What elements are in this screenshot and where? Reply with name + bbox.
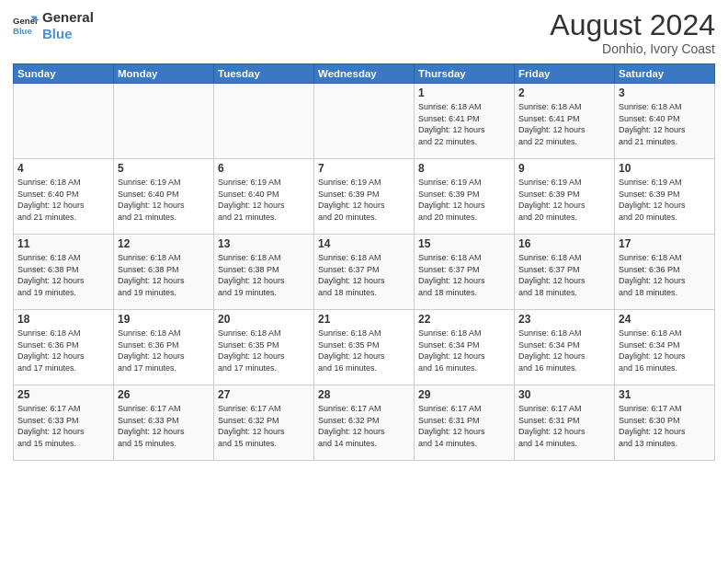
day-number: 4 (17, 162, 109, 175)
day-cell: 17Sunrise: 6:18 AMSunset: 6:36 PMDayligh… (615, 235, 715, 310)
day-cell: 11Sunrise: 6:18 AMSunset: 6:38 PMDayligh… (14, 235, 114, 310)
day-cell (214, 84, 314, 159)
day-info: Sunrise: 6:19 AMSunset: 6:40 PMDaylight:… (118, 177, 210, 223)
day-cell: 13Sunrise: 6:18 AMSunset: 6:38 PMDayligh… (214, 235, 314, 310)
day-info: Sunrise: 6:17 AMSunset: 6:31 PMDaylight:… (518, 403, 610, 449)
header: General Blue General Blue August 2024 Do… (13, 9, 715, 56)
day-number: 31 (619, 388, 711, 401)
day-info: Sunrise: 6:18 AMSunset: 6:41 PMDaylight:… (418, 101, 510, 147)
day-cell: 29Sunrise: 6:17 AMSunset: 6:31 PMDayligh… (415, 385, 515, 461)
logo: General Blue General Blue (13, 9, 94, 42)
day-info: Sunrise: 6:17 AMSunset: 6:32 PMDaylight:… (318, 403, 410, 449)
week-row-5: 25Sunrise: 6:17 AMSunset: 6:33 PMDayligh… (14, 385, 715, 461)
day-cell: 15Sunrise: 6:18 AMSunset: 6:37 PMDayligh… (415, 235, 515, 310)
day-cell: 12Sunrise: 6:18 AMSunset: 6:38 PMDayligh… (114, 235, 214, 310)
day-cell: 16Sunrise: 6:18 AMSunset: 6:37 PMDayligh… (515, 235, 615, 310)
day-info: Sunrise: 6:18 AMSunset: 6:41 PMDaylight:… (518, 101, 610, 147)
day-cell: 22Sunrise: 6:18 AMSunset: 6:34 PMDayligh… (415, 310, 515, 385)
day-info: Sunrise: 6:18 AMSunset: 6:38 PMDaylight:… (118, 252, 210, 298)
day-info: Sunrise: 6:19 AMSunset: 6:39 PMDaylight:… (318, 177, 410, 223)
day-info: Sunrise: 6:17 AMSunset: 6:31 PMDaylight:… (418, 403, 510, 449)
day-cell: 30Sunrise: 6:17 AMSunset: 6:31 PMDayligh… (515, 385, 615, 461)
weekday-wednesday: Wednesday (314, 64, 415, 84)
weekday-tuesday: Tuesday (214, 64, 314, 84)
day-cell: 5Sunrise: 6:19 AMSunset: 6:40 PMDaylight… (114, 159, 214, 235)
day-cell: 4Sunrise: 6:18 AMSunset: 6:40 PMDaylight… (14, 159, 114, 235)
day-info: Sunrise: 6:18 AMSunset: 6:34 PMDaylight:… (418, 327, 510, 373)
weekday-monday: Monday (114, 64, 214, 84)
day-cell: 1Sunrise: 6:18 AMSunset: 6:41 PMDaylight… (415, 84, 515, 159)
day-cell: 28Sunrise: 6:17 AMSunset: 6:32 PMDayligh… (314, 385, 415, 461)
day-cell: 20Sunrise: 6:18 AMSunset: 6:35 PMDayligh… (214, 310, 314, 385)
day-number: 30 (518, 388, 610, 401)
day-number: 18 (17, 313, 109, 326)
day-number: 25 (17, 388, 109, 401)
day-number: 3 (619, 86, 711, 99)
day-info: Sunrise: 6:18 AMSunset: 6:37 PMDaylight:… (318, 252, 410, 298)
day-number: 16 (518, 237, 610, 250)
day-info: Sunrise: 6:18 AMSunset: 6:36 PMDaylight:… (17, 327, 109, 373)
day-cell (114, 84, 214, 159)
day-cell: 6Sunrise: 6:19 AMSunset: 6:40 PMDaylight… (214, 159, 314, 235)
day-cell: 26Sunrise: 6:17 AMSunset: 6:33 PMDayligh… (114, 385, 214, 461)
day-info: Sunrise: 6:19 AMSunset: 6:40 PMDaylight:… (218, 177, 310, 223)
day-cell: 27Sunrise: 6:17 AMSunset: 6:32 PMDayligh… (214, 385, 314, 461)
day-info: Sunrise: 6:17 AMSunset: 6:30 PMDaylight:… (619, 403, 711, 449)
day-cell: 2Sunrise: 6:18 AMSunset: 6:41 PMDaylight… (515, 84, 615, 159)
day-number: 10 (619, 162, 711, 175)
day-number: 22 (418, 313, 510, 326)
day-cell: 25Sunrise: 6:17 AMSunset: 6:33 PMDayligh… (14, 385, 114, 461)
day-info: Sunrise: 6:18 AMSunset: 6:40 PMDaylight:… (17, 177, 109, 223)
week-row-2: 4Sunrise: 6:18 AMSunset: 6:40 PMDaylight… (14, 159, 715, 235)
location: Donhio, Ivory Coast (550, 41, 715, 56)
weekday-header-row: SundayMondayTuesdayWednesdayThursdayFrid… (14, 64, 715, 84)
weekday-friday: Friday (515, 64, 615, 84)
day-number: 2 (518, 86, 610, 99)
day-cell: 21Sunrise: 6:18 AMSunset: 6:35 PMDayligh… (314, 310, 415, 385)
day-number: 17 (619, 237, 711, 250)
week-row-3: 11Sunrise: 6:18 AMSunset: 6:38 PMDayligh… (14, 235, 715, 310)
day-info: Sunrise: 6:17 AMSunset: 6:33 PMDaylight:… (17, 403, 109, 449)
day-number: 9 (518, 162, 610, 175)
title-block: August 2024 Donhio, Ivory Coast (550, 9, 715, 56)
day-number: 24 (619, 313, 711, 326)
day-number: 27 (218, 388, 310, 401)
day-cell: 8Sunrise: 6:19 AMSunset: 6:39 PMDaylight… (415, 159, 515, 235)
day-cell: 3Sunrise: 6:18 AMSunset: 6:40 PMDaylight… (615, 84, 715, 159)
day-cell: 31Sunrise: 6:17 AMSunset: 6:30 PMDayligh… (615, 385, 715, 461)
day-number: 21 (318, 313, 410, 326)
day-number: 12 (118, 237, 210, 250)
day-cell: 24Sunrise: 6:18 AMSunset: 6:34 PMDayligh… (615, 310, 715, 385)
day-number: 6 (218, 162, 310, 175)
day-number: 15 (418, 237, 510, 250)
day-info: Sunrise: 6:18 AMSunset: 6:36 PMDaylight:… (619, 252, 711, 298)
month-year: August 2024 (550, 9, 715, 41)
day-number: 28 (318, 388, 410, 401)
weekday-sunday: Sunday (14, 64, 114, 84)
day-number: 7 (318, 162, 410, 175)
day-number: 26 (118, 388, 210, 401)
day-number: 23 (518, 313, 610, 326)
page: General Blue General Blue August 2024 Do… (0, 0, 728, 563)
day-number: 29 (418, 388, 510, 401)
day-info: Sunrise: 6:18 AMSunset: 6:35 PMDaylight:… (318, 327, 410, 373)
day-info: Sunrise: 6:17 AMSunset: 6:32 PMDaylight:… (218, 403, 310, 449)
day-cell: 9Sunrise: 6:19 AMSunset: 6:39 PMDaylight… (515, 159, 615, 235)
day-number: 5 (118, 162, 210, 175)
day-cell (14, 84, 114, 159)
logo-icon: General Blue (13, 13, 39, 39)
day-number: 14 (318, 237, 410, 250)
day-info: Sunrise: 6:19 AMSunset: 6:39 PMDaylight:… (619, 177, 711, 223)
day-info: Sunrise: 6:18 AMSunset: 6:34 PMDaylight:… (518, 327, 610, 373)
day-number: 11 (17, 237, 109, 250)
day-number: 20 (218, 313, 310, 326)
day-info: Sunrise: 6:18 AMSunset: 6:37 PMDaylight:… (418, 252, 510, 298)
day-cell: 18Sunrise: 6:18 AMSunset: 6:36 PMDayligh… (14, 310, 114, 385)
day-info: Sunrise: 6:18 AMSunset: 6:35 PMDaylight:… (218, 327, 310, 373)
week-row-1: 1Sunrise: 6:18 AMSunset: 6:41 PMDaylight… (14, 84, 715, 159)
day-info: Sunrise: 6:18 AMSunset: 6:37 PMDaylight:… (518, 252, 610, 298)
day-number: 19 (118, 313, 210, 326)
logo-text: General Blue (42, 9, 94, 42)
day-info: Sunrise: 6:19 AMSunset: 6:39 PMDaylight:… (518, 177, 610, 223)
day-info: Sunrise: 6:19 AMSunset: 6:39 PMDaylight:… (418, 177, 510, 223)
